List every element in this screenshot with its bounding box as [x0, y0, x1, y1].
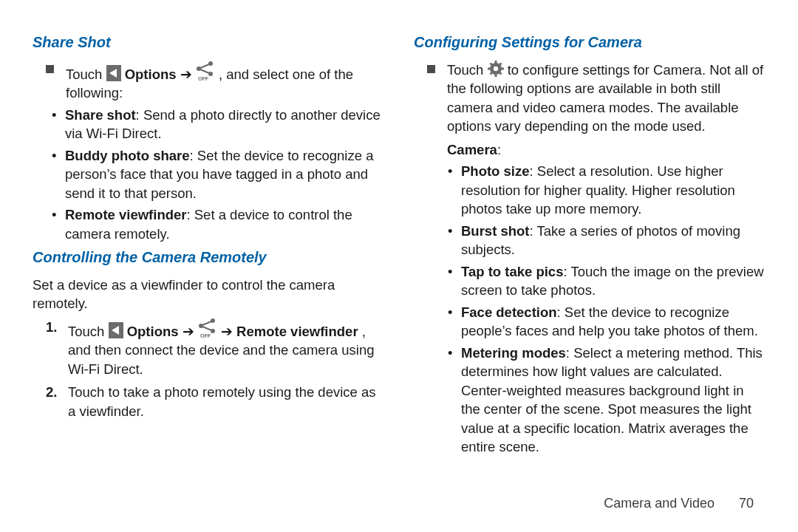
footer-section: Camera and Video	[604, 496, 715, 511]
list-item: Tap to take pics: Touch the image on the…	[458, 262, 765, 300]
share-off-icon	[196, 61, 215, 81]
gear-icon	[488, 61, 504, 77]
list-item: Touch to take a photo remotely using the…	[62, 383, 384, 420]
label-camera: Camera	[447, 142, 497, 157]
config-block: Touch to configure settings for Camera. …	[414, 61, 765, 136]
options-icon	[106, 65, 121, 81]
list-item: Face detection: Set the device to recogn…	[458, 303, 765, 341]
page: Share Shot Touch Options ➔ , and select …	[0, 0, 798, 460]
heading-share-shot: Share Shot	[33, 33, 384, 53]
heading-config-settings: Configuring Settings for Camera	[414, 33, 765, 53]
intro-text: Set a device as a viewfinder to control …	[33, 276, 384, 313]
text-touch: Touch	[447, 62, 488, 78]
camera-bullets: Photo size: Select a resolution. Use hig…	[414, 162, 765, 457]
arrow-icon: ➔	[180, 66, 196, 82]
list-item: Share shot: Send a photo directly to ano…	[62, 106, 384, 143]
list-item: Remote viewfinder: Set a device to contr…	[62, 205, 384, 243]
page-footer: Camera and Video 70	[604, 494, 754, 513]
text-touch: Touch	[66, 66, 106, 82]
right-column: Configuring Settings for Camera Touch to…	[414, 28, 765, 460]
list-item: Photo size: Select a resolution. Use hig…	[458, 162, 765, 219]
list-item: Burst shot: Take a series of photos of m…	[458, 222, 765, 259]
label-options: Options	[125, 66, 177, 82]
camera-label-row: Camera:	[414, 140, 765, 160]
footer-page-number: 70	[739, 496, 754, 511]
share-shot-bullets: Share shot: Send a photo directly to ano…	[33, 106, 384, 244]
share-shot-block: Touch Options ➔ , and select one of the …	[33, 61, 384, 103]
share-off-icon	[198, 318, 217, 338]
heading-controlling-remote: Controlling the Camera Remotely	[33, 248, 384, 268]
square-bullet-icon	[427, 65, 435, 73]
square-bullet-icon	[46, 65, 54, 73]
options-icon	[109, 322, 123, 338]
arrow-icon: ➔	[221, 324, 236, 339]
arrow-icon: ➔	[183, 324, 198, 339]
list-item: Metering modes: Select a metering method…	[458, 344, 765, 457]
list-item: Touch Options ➔ ➔ Remote viewfinder , an…	[62, 318, 384, 379]
remote-steps: Touch Options ➔ ➔ Remote viewfinder , an…	[33, 318, 384, 421]
list-item: Buddy photo share: Set the device to rec…	[62, 146, 384, 203]
left-column: Share Shot Touch Options ➔ , and select …	[33, 28, 384, 460]
